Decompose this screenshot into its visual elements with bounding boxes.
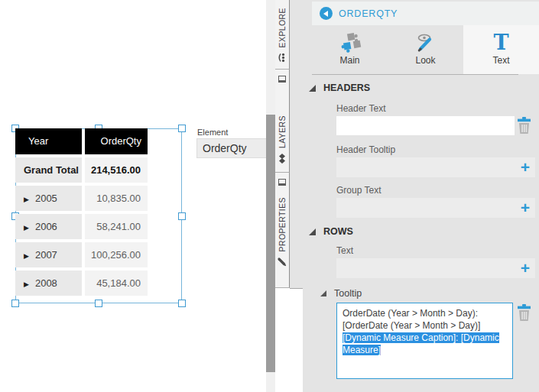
tooltip-textarea[interactable]: OrderDate (Year > Month > Day): [OrderDa… [336, 303, 513, 379]
header-tooltip-add-field[interactable]: + [336, 157, 535, 177]
tooltip-subsection-title: Tooltip [334, 288, 362, 299]
properties-panel: ORDERQTY Main Look [290, 0, 539, 392]
expand-row-icon[interactable]: ▶ [24, 252, 29, 260]
resize-handle-se[interactable] [178, 300, 186, 307]
row-label: ▶2006 [15, 214, 82, 239]
header-tooltip-label: Header Tooltip [336, 144, 395, 155]
collapse-arrow-icon[interactable] [309, 85, 316, 92]
tab-main-label: Main [339, 55, 359, 66]
section-headers-title: HEADERS [323, 83, 370, 93]
rows-text-label: Text [336, 245, 353, 256]
scrollbar-thumb[interactable] [266, 115, 275, 372]
row-label: ▶2008 [15, 271, 82, 296]
subsection-tooltip[interactable]: Tooltip [320, 288, 362, 299]
plus-icon[interactable]: + [521, 198, 530, 218]
resize-handle-e[interactable] [178, 212, 186, 220]
tab-explore-label: EXPLORE [278, 8, 287, 47]
table-header-row: Year OrderQty [15, 128, 148, 154]
tooltip-line: OrderDate (Year > Month > Day): [343, 307, 507, 319]
section-rows[interactable]: ROWS [309, 226, 353, 237]
column-header-year: Year [15, 128, 82, 154]
panel-window-icon [278, 179, 286, 186]
section-headers[interactable]: HEADERS [309, 83, 370, 93]
expand-row-icon[interactable]: ▶ [24, 280, 29, 288]
table-row: ▶2008 45,184.00 [15, 271, 148, 296]
trash-icon[interactable] [517, 117, 531, 138]
panel-title: ORDERQTY [339, 8, 398, 19]
row-year: 2008 [35, 277, 57, 289]
row-label: ▶2007 [15, 242, 82, 267]
column-header-orderqty: OrderQty [85, 128, 148, 154]
resize-handle-sw[interactable] [11, 300, 19, 307]
tab-explore[interactable]: EXPLORE [275, 0, 290, 70]
tooltip-line: [OrderDate (Year > Month > Day)] [343, 319, 507, 332]
expand-row-icon[interactable]: ▶ [24, 224, 29, 232]
collapse-arrow-icon[interactable] [309, 228, 316, 235]
table-row: ▶2007 100,256.00 [15, 242, 148, 267]
element-label: Element [197, 128, 228, 137]
element-dropdown[interactable]: OrderQty [196, 138, 267, 158]
resize-handle-ne[interactable] [178, 125, 186, 132]
datagrid-element[interactable]: Year OrderQty Grand Total 214,516.00 ▶20… [15, 128, 148, 299]
resize-handle-s[interactable] [95, 300, 102, 307]
panel-tab-bar: Main Look T Text [312, 25, 539, 74]
plus-icon[interactable]: + [521, 258, 530, 278]
panel-gutter [290, 288, 303, 392]
explore-icon [278, 53, 287, 62]
tab-layers-label: LAYERS [278, 115, 287, 148]
row-label: ▶2005 [15, 186, 82, 211]
grand-total-value: 214,516.00 [85, 157, 148, 183]
group-text-add-field[interactable]: + [336, 198, 535, 218]
row-year: 2005 [35, 193, 57, 204]
table-row-grand-total: Grand Total 214,516.00 [15, 157, 148, 183]
collapse-arrow-icon[interactable] [320, 290, 326, 296]
tab-layers[interactable]: LAYERS [275, 70, 290, 173]
table-row: ▶2005 10,835.00 [15, 186, 148, 211]
tab-look[interactable]: Look [388, 25, 463, 74]
grand-total-label: Grand Total [15, 157, 82, 183]
table-row: ▶2006 58,241.00 [15, 214, 148, 239]
tab-main[interactable]: Main [312, 25, 388, 74]
back-arrow-icon[interactable] [320, 7, 333, 20]
row-year: 2006 [35, 221, 57, 232]
rows-text-add-field[interactable]: + [336, 258, 535, 278]
design-canvas: Year OrderQty Grand Total 214,516.00 ▶20… [0, 0, 266, 392]
letter-t-icon: T [493, 33, 508, 53]
tab-look-label: Look [415, 55, 435, 66]
row-value: 10,835.00 [85, 186, 148, 211]
tab-text[interactable]: T Text [463, 25, 539, 74]
trash-icon[interactable] [517, 304, 531, 325]
row-value: 58,241.00 [85, 214, 148, 239]
divider [312, 74, 518, 75]
group-text-label: Group Text [336, 185, 381, 196]
header-text-input[interactable] [336, 116, 515, 135]
section-rows-title: ROWS [323, 226, 353, 237]
tab-text-label: Text [492, 55, 509, 66]
vertical-scrollbar[interactable] [266, 0, 275, 392]
expand-row-icon[interactable]: ▶ [24, 196, 29, 203]
tooltip-line-selected: [Dynamic Measure Caption]: [Dynamic [343, 332, 507, 344]
eye-brush-icon [416, 32, 436, 53]
pencil-icon [278, 257, 287, 267]
side-tab-strip: EXPLORE LAYERS PROPERTIES [275, 0, 290, 392]
tab-properties-label: PROPERTIES [278, 197, 287, 252]
panel-header: ORDERQTY [312, 2, 539, 25]
plus-icon[interactable]: + [521, 157, 530, 177]
row-year: 2007 [35, 249, 57, 261]
row-value: 45,184.00 [85, 271, 148, 296]
tooltip-line-selected: Measure] [343, 344, 507, 356]
panel-window-icon [278, 76, 286, 83]
puzzle-icon [339, 32, 362, 53]
header-text-label: Header Text [336, 103, 385, 114]
layers-icon [278, 154, 287, 164]
tab-properties[interactable]: PROPERTIES [275, 173, 290, 288]
row-value: 100,256.00 [85, 242, 148, 267]
